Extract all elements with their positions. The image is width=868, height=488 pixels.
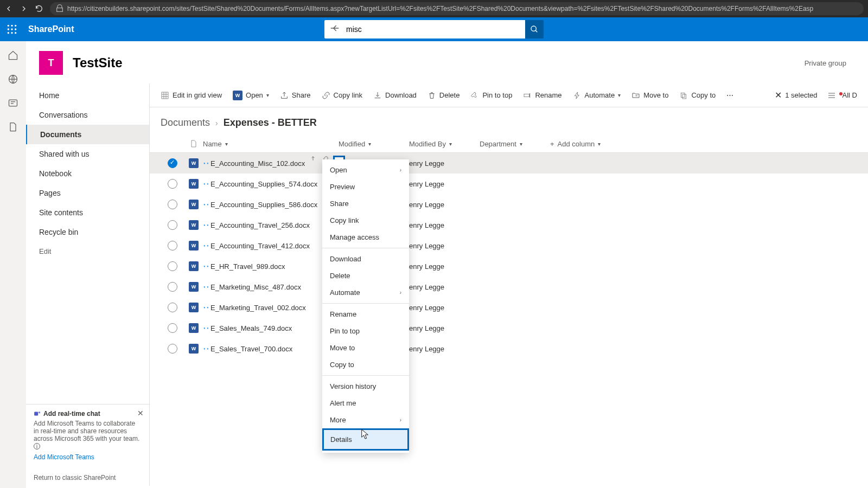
menu-item-more[interactable]: More› (322, 412, 409, 428)
file-row[interactable]: W ⋆⋆ E_Sales_Meals_749.docx enry Legge (150, 318, 868, 338)
menu-item-details[interactable]: Details (322, 428, 409, 451)
browser-back[interactable] (4, 4, 13, 13)
nav-item-conversations[interactable]: Conversations (26, 105, 149, 125)
nav-item-documents[interactable]: Documents (26, 125, 149, 144)
classic-sharepoint-link[interactable]: Return to classic SharePoint (34, 474, 116, 481)
nav-edit-link[interactable]: Edit (26, 242, 149, 261)
nav-item-site-contents[interactable]: Site contents (26, 203, 149, 222)
url-bar[interactable]: https://citizenbuilders.sharepoint.com/s… (50, 2, 864, 15)
nav-item-recycle-bin[interactable]: Recycle bin (26, 222, 149, 242)
row-selector[interactable] (168, 344, 177, 354)
search-back-icon[interactable] (330, 23, 340, 35)
cmd-open[interactable]: WOpen▾ (233, 91, 269, 100)
browser-reload[interactable] (35, 4, 43, 13)
suite-app-name[interactable]: SharePoint (28, 24, 74, 34)
column-modified[interactable]: Modified▾ (339, 140, 409, 148)
file-row[interactable]: W ⋆⋆ E_Accounting_Supplies_586.docx enry… (150, 194, 868, 215)
link-icon[interactable] (308, 324, 316, 333)
menu-item-delete[interactable]: Delete (322, 267, 409, 284)
search-button[interactable] (525, 20, 544, 38)
menu-item-copy-to[interactable]: Copy to (322, 356, 409, 373)
share-icon[interactable] (296, 324, 304, 333)
row-selector[interactable] (168, 200, 177, 209)
view-selector[interactable]: All D (827, 91, 857, 100)
column-name[interactable]: Name▾ (203, 140, 339, 148)
selection-count[interactable]: ✕1 selected (775, 90, 817, 100)
menu-item-automate[interactable]: Automate› (322, 284, 409, 301)
file-name[interactable]: E_Marketing_Travel_002.docx (210, 304, 306, 312)
add-column[interactable]: +Add column▾ (550, 140, 601, 148)
globe-icon[interactable] (8, 74, 18, 85)
file-row[interactable]: W ⋆⋆ E_Accounting_Travel_412.docx enry L… (150, 235, 868, 256)
row-selector[interactable] (168, 241, 177, 251)
promo-close-icon[interactable]: ✕ (137, 409, 144, 418)
filetype-column-icon[interactable] (184, 139, 203, 148)
browser-forward[interactable] (20, 4, 28, 13)
home-icon[interactable] (8, 50, 18, 61)
row-selector[interactable] (168, 220, 177, 230)
breadcrumb-root[interactable]: Documents (161, 117, 210, 129)
column-modified-by[interactable]: Modified By▾ (409, 140, 480, 148)
file-row[interactable]: W ⋆⋆ E_Accounting_Travel_256.docx enry L… (150, 215, 868, 235)
file-row[interactable]: W ⋆⋆ E_Sales_Travel_700.docx enry Legge (150, 338, 868, 359)
file-name[interactable]: E_Accounting_Travel_256.docx (210, 221, 310, 229)
file-name[interactable]: E_Accounting_Supplies_586.docx (210, 201, 317, 209)
file-name[interactable]: E_Accounting_Travel_412.docx (210, 242, 310, 250)
file-row[interactable]: W ⋆⋆ E_HR_Travel_989.docx enry Legge (150, 256, 868, 277)
file-name[interactable]: E_HR_Travel_989.docx (210, 262, 285, 271)
menu-item-pin-to-top[interactable]: Pin to top (322, 323, 409, 339)
site-logo[interactable]: T (39, 51, 63, 75)
file-row[interactable]: W ⋆⋆ E_Accounting_Supplies_574.docx enry… (150, 174, 868, 194)
cmd-delete[interactable]: Delete (427, 91, 460, 100)
share-icon[interactable] (314, 241, 322, 251)
file-name[interactable]: E_Marketing_Misc_487.docx (210, 283, 301, 291)
files-icon[interactable] (8, 121, 18, 132)
row-selector[interactable] (168, 158, 177, 168)
menu-item-open[interactable]: Open› (322, 162, 409, 178)
file-row[interactable]: W ⋆⋆ E_Marketing_Travel_002.docx enry Le… (150, 297, 868, 318)
link-icon[interactable] (309, 344, 316, 354)
menu-item-alert-me[interactable]: Alert me (322, 395, 409, 412)
share-icon[interactable] (290, 262, 297, 271)
nav-item-pages[interactable]: Pages (26, 183, 149, 203)
row-selector[interactable] (168, 179, 177, 189)
info-icon[interactable]: i (34, 443, 40, 450)
cmd-rename[interactable]: Rename (523, 91, 561, 100)
menu-item-download[interactable]: Download (322, 251, 409, 267)
row-selector[interactable] (168, 282, 177, 292)
menu-item-share[interactable]: Share (322, 195, 409, 212)
menu-item-preview[interactable]: Preview (322, 178, 409, 195)
share-icon[interactable] (310, 303, 318, 312)
cmd-download[interactable]: Download (373, 91, 417, 100)
file-row[interactable]: W ⋆⋆ E_Marketing_Misc_487.docx enry Legg… (150, 277, 868, 297)
row-selector[interactable] (168, 323, 177, 333)
share-icon[interactable] (309, 156, 317, 171)
nav-item-home[interactable]: Home (26, 86, 149, 105)
nav-item-shared-with-us[interactable]: Shared with us (26, 144, 149, 164)
site-title[interactable]: TestSite (73, 55, 123, 70)
menu-item-copy-link[interactable]: Copy link (322, 212, 409, 229)
search-input[interactable] (346, 25, 520, 34)
file-name[interactable]: E_Sales_Meals_749.docx (210, 324, 292, 332)
share-icon[interactable] (297, 344, 304, 354)
file-name[interactable]: E_Accounting_Supplies_574.docx (210, 180, 317, 188)
share-icon[interactable] (305, 282, 313, 292)
file-name[interactable]: E_Sales_Travel_700.docx (210, 345, 292, 353)
cmd-automate[interactable]: Automate▾ (573, 91, 621, 100)
share-icon[interactable] (314, 221, 322, 230)
cmd-copy-link[interactable]: Copy link (322, 91, 362, 100)
cmd-pin[interactable]: Pin to top (470, 91, 512, 100)
news-icon[interactable] (8, 98, 18, 108)
cmd-move[interactable]: Move to (631, 91, 668, 100)
row-selector[interactable] (168, 261, 177, 271)
menu-item-move-to[interactable]: Move to (322, 339, 409, 356)
menu-item-rename[interactable]: Rename (322, 306, 409, 323)
search-box[interactable] (324, 20, 525, 38)
promo-link[interactable]: Add Microsoft Teams (34, 453, 142, 461)
file-row[interactable]: W ⋆⋆ E_Accounting_Misc_102.docx ⋮ enry L… (150, 153, 868, 174)
row-selector[interactable] (168, 303, 177, 312)
column-department[interactable]: Department▾ (480, 140, 550, 148)
file-name[interactable]: E_Accounting_Misc_102.docx (210, 159, 305, 168)
menu-item-version-history[interactable]: Version history (322, 378, 409, 395)
cmd-share[interactable]: Share (280, 91, 311, 100)
